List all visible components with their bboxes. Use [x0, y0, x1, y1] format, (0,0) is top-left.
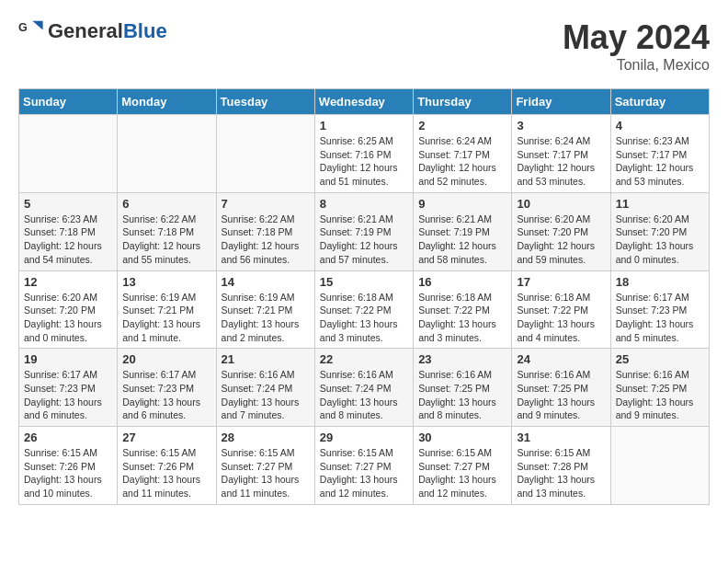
logo: G GeneralBlue: [18, 18, 167, 44]
day-of-week-header: Wednesday: [314, 89, 413, 115]
day-number: 23: [418, 352, 506, 366]
calendar-cell: 27Sunrise: 6:15 AM Sunset: 7:26 PM Dayli…: [118, 427, 216, 505]
day-info: Sunrise: 6:20 AM Sunset: 7:20 PM Dayligh…: [24, 291, 112, 345]
calendar-cell: 5Sunrise: 6:23 AM Sunset: 7:18 PM Daylig…: [19, 192, 118, 270]
calendar-cell: 14Sunrise: 6:19 AM Sunset: 7:21 PM Dayli…: [216, 270, 314, 349]
calendar-cell: 24Sunrise: 6:16 AM Sunset: 7:25 PM Dayli…: [512, 349, 610, 427]
day-info: Sunrise: 6:24 AM Sunset: 7:17 PM Dayligh…: [517, 134, 605, 189]
title-block: May 2024 Tonila, Mexico: [563, 18, 710, 74]
day-number: 21: [222, 352, 310, 366]
calendar-week-row: 1Sunrise: 6:25 AM Sunset: 7:16 PM Daylig…: [19, 115, 710, 193]
day-number: 6: [122, 197, 210, 211]
calendar-cell: 22Sunrise: 6:16 AM Sunset: 7:24 PM Dayli…: [314, 349, 413, 427]
day-info: Sunrise: 6:22 AM Sunset: 7:18 PM Dayligh…: [122, 213, 210, 267]
calendar-cell: 26Sunrise: 6:15 AM Sunset: 7:26 PM Dayli…: [19, 427, 118, 505]
calendar-week-row: 26Sunrise: 6:15 AM Sunset: 7:26 PM Dayli…: [19, 427, 710, 505]
calendar-cell: 16Sunrise: 6:18 AM Sunset: 7:22 PM Dayli…: [414, 270, 512, 349]
calendar-cell: 13Sunrise: 6:19 AM Sunset: 7:21 PM Dayli…: [118, 270, 216, 349]
calendar-cell: 25Sunrise: 6:16 AM Sunset: 7:25 PM Dayli…: [610, 349, 709, 427]
day-info: Sunrise: 6:22 AM Sunset: 7:18 PM Dayligh…: [222, 213, 310, 267]
day-number: 5: [24, 197, 112, 211]
calendar-cell: 19Sunrise: 6:17 AM Sunset: 7:23 PM Dayli…: [19, 349, 118, 427]
calendar-cell: 6Sunrise: 6:22 AM Sunset: 7:18 PM Daylig…: [118, 192, 216, 270]
day-number: 17: [517, 275, 605, 289]
calendar-cell: 30Sunrise: 6:15 AM Sunset: 7:27 PM Dayli…: [414, 427, 512, 505]
day-number: 24: [517, 352, 605, 366]
day-number: 3: [517, 119, 605, 132]
svg-marker-1: [32, 21, 42, 30]
calendar-header-row: SundayMondayTuesdayWednesdayThursdayFrid…: [19, 89, 710, 115]
day-info: Sunrise: 6:20 AM Sunset: 7:20 PM Dayligh…: [616, 213, 704, 267]
day-info: Sunrise: 6:18 AM Sunset: 7:22 PM Dayligh…: [320, 291, 408, 345]
location-subtitle: Tonila, Mexico: [563, 57, 710, 74]
day-number: 16: [418, 275, 506, 289]
calendar-cell: 29Sunrise: 6:15 AM Sunset: 7:27 PM Dayli…: [314, 427, 413, 505]
day-info: Sunrise: 6:15 AM Sunset: 7:27 PM Dayligh…: [222, 446, 310, 500]
day-info: Sunrise: 6:21 AM Sunset: 7:19 PM Dayligh…: [418, 213, 506, 267]
month-year-title: May 2024: [563, 18, 710, 57]
calendar-cell: 31Sunrise: 6:15 AM Sunset: 7:28 PM Dayli…: [512, 427, 610, 505]
day-number: 13: [122, 275, 210, 289]
day-number: 31: [517, 431, 605, 444]
day-info: Sunrise: 6:16 AM Sunset: 7:25 PM Dayligh…: [616, 368, 704, 422]
calendar-cell: 11Sunrise: 6:20 AM Sunset: 7:20 PM Dayli…: [610, 192, 709, 270]
day-of-week-header: Friday: [512, 89, 610, 115]
day-number: 20: [122, 352, 210, 366]
day-info: Sunrise: 6:25 AM Sunset: 7:16 PM Dayligh…: [320, 134, 408, 189]
day-number: 26: [24, 431, 112, 444]
day-number: 10: [517, 197, 605, 211]
day-info: Sunrise: 6:17 AM Sunset: 7:23 PM Dayligh…: [24, 368, 112, 422]
calendar-cell: [118, 115, 216, 193]
calendar-week-row: 12Sunrise: 6:20 AM Sunset: 7:20 PM Dayli…: [19, 270, 710, 349]
day-number: 27: [122, 431, 210, 444]
day-info: Sunrise: 6:23 AM Sunset: 7:18 PM Dayligh…: [24, 213, 112, 267]
day-info: Sunrise: 6:17 AM Sunset: 7:23 PM Dayligh…: [122, 368, 210, 422]
day-of-week-header: Tuesday: [216, 89, 314, 115]
day-info: Sunrise: 6:20 AM Sunset: 7:20 PM Dayligh…: [517, 213, 605, 267]
day-number: 30: [418, 431, 506, 444]
calendar-week-row: 5Sunrise: 6:23 AM Sunset: 7:18 PM Daylig…: [19, 192, 710, 270]
calendar-cell: 18Sunrise: 6:17 AM Sunset: 7:23 PM Dayli…: [610, 270, 709, 349]
day-info: Sunrise: 6:15 AM Sunset: 7:28 PM Dayligh…: [517, 446, 605, 500]
day-info: Sunrise: 6:16 AM Sunset: 7:25 PM Dayligh…: [517, 368, 605, 422]
day-info: Sunrise: 6:19 AM Sunset: 7:21 PM Dayligh…: [122, 291, 210, 345]
calendar-table: SundayMondayTuesdayWednesdayThursdayFrid…: [18, 88, 710, 505]
day-info: Sunrise: 6:23 AM Sunset: 7:17 PM Dayligh…: [616, 134, 704, 189]
calendar-cell: 7Sunrise: 6:22 AM Sunset: 7:18 PM Daylig…: [216, 192, 314, 270]
day-info: Sunrise: 6:15 AM Sunset: 7:26 PM Dayligh…: [24, 446, 112, 500]
day-info: Sunrise: 6:18 AM Sunset: 7:22 PM Dayligh…: [418, 291, 506, 345]
day-number: 28: [222, 431, 310, 444]
calendar-cell: 28Sunrise: 6:15 AM Sunset: 7:27 PM Dayli…: [216, 427, 314, 505]
day-info: Sunrise: 6:15 AM Sunset: 7:27 PM Dayligh…: [320, 446, 408, 500]
day-info: Sunrise: 6:16 AM Sunset: 7:25 PM Dayligh…: [418, 368, 506, 422]
calendar-cell: 4Sunrise: 6:23 AM Sunset: 7:17 PM Daylig…: [610, 115, 709, 193]
day-of-week-header: Monday: [118, 89, 216, 115]
calendar-cell: 12Sunrise: 6:20 AM Sunset: 7:20 PM Dayli…: [19, 270, 118, 349]
day-info: Sunrise: 6:18 AM Sunset: 7:22 PM Dayligh…: [517, 291, 605, 345]
day-info: Sunrise: 6:19 AM Sunset: 7:21 PM Dayligh…: [222, 291, 310, 345]
day-number: 11: [616, 197, 704, 211]
day-number: 4: [616, 119, 704, 132]
day-info: Sunrise: 6:16 AM Sunset: 7:24 PM Dayligh…: [320, 368, 408, 422]
svg-text:G: G: [18, 21, 28, 34]
logo-icon: G: [18, 18, 44, 44]
day-number: 1: [320, 119, 408, 132]
day-info: Sunrise: 6:24 AM Sunset: 7:17 PM Dayligh…: [418, 134, 506, 189]
day-number: 25: [616, 352, 704, 366]
day-number: 7: [222, 197, 310, 211]
day-of-week-header: Thursday: [414, 89, 512, 115]
day-of-week-header: Saturday: [610, 89, 709, 115]
day-number: 8: [320, 197, 408, 211]
day-info: Sunrise: 6:16 AM Sunset: 7:24 PM Dayligh…: [222, 368, 310, 422]
calendar-cell: 21Sunrise: 6:16 AM Sunset: 7:24 PM Dayli…: [216, 349, 314, 427]
calendar-cell: 20Sunrise: 6:17 AM Sunset: 7:23 PM Dayli…: [118, 349, 216, 427]
day-number: 22: [320, 352, 408, 366]
calendar-cell: 23Sunrise: 6:16 AM Sunset: 7:25 PM Dayli…: [414, 349, 512, 427]
calendar-cell: 17Sunrise: 6:18 AM Sunset: 7:22 PM Dayli…: [512, 270, 610, 349]
logo-general: General: [48, 19, 123, 42]
day-number: 15: [320, 275, 408, 289]
calendar-cell: 1Sunrise: 6:25 AM Sunset: 7:16 PM Daylig…: [314, 115, 413, 193]
logo-blue: Blue: [123, 19, 167, 42]
page-header: G GeneralBlue May 2024 Tonila, Mexico: [18, 18, 710, 74]
day-number: 14: [222, 275, 310, 289]
